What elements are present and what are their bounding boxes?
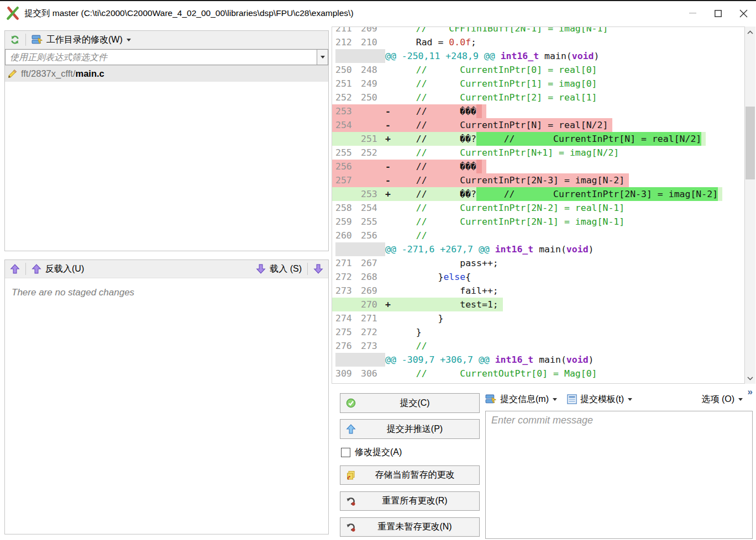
chevron-down-icon <box>127 39 131 41</box>
stash-button-label: 存储当前暂存的更改 <box>356 469 474 481</box>
diff-line: 259255 // CurrentInPtr[2N-1] = imag[N-1] <box>332 215 629 229</box>
diff-line: 255252 // CurrentInPtr[N+1] = imag[N/2] <box>332 146 623 160</box>
file-path-name: main.c <box>75 68 104 79</box>
diff-line: 270+ test=1; <box>332 298 503 311</box>
diff-line: @@ -271,6 +267,7 @@ int16_t main(void) <box>332 242 599 256</box>
diff-line: 256- // ��� <box>332 160 486 173</box>
diff-line: @@ -250,11 +248,9 @@ int16_t main(void) <box>332 49 603 63</box>
staged-header: 反载入(U) 载入 (S) <box>5 260 328 278</box>
title-bar: 提交到 master (C:\ti\c2000\C2000Ware_4_02_0… <box>0 0 756 25</box>
diff-view: 211209 // CFFTin1Buff[2N-1] = imag[N-1]2… <box>332 27 744 380</box>
file-path-dir: fft/2837x_cfft/ <box>21 68 75 79</box>
diff-line: 309306 // CurrentOutPtr[0] = Mag[0] <box>332 367 602 380</box>
diff-line: @@ -309,7 +306,7 @@ int16_t main(void) <box>332 353 599 367</box>
window-title: 提交到 master (C:\ti\c2000\C2000Ware_4_02_0… <box>24 8 354 19</box>
scroll-down-icon[interactable] <box>745 373 755 384</box>
unstage-label: 反载入(U) <box>45 263 84 275</box>
unstaged-panel: 工作目录的修改(W) fft/2837x_cfft/main.c <box>4 30 329 251</box>
reset-all-button[interactable]: 重置所有更改(R) <box>340 491 480 511</box>
amend-checkbox[interactable] <box>341 448 350 457</box>
diff-line: 252250 // CurrentInPtr[2] = real[1] <box>332 91 602 104</box>
unstage-icon-button[interactable] <box>8 263 22 275</box>
diff-line: 257- // CurrentInPtr[2N-3] = imag[N-2] <box>332 173 629 187</box>
diff-line: 276273 // <box>332 339 432 353</box>
diff-line: 251+ // ��? // CurrentInPtr[N] = real[N/… <box>332 132 706 146</box>
commit-button-label: 提交(C) <box>356 398 474 409</box>
chevron-down-icon <box>553 398 557 401</box>
unstaged-header-label: 工作目录的修改(W) <box>46 34 123 46</box>
diff-line: 251249 // CurrentInPtr[1] = imag[0] <box>332 77 602 91</box>
filter-dropdown-button[interactable] <box>317 49 328 65</box>
toolbar-separator <box>25 34 26 46</box>
diff-line: 275272 } <box>332 325 426 339</box>
filter-row <box>5 49 328 66</box>
toolbar-overflow-icon[interactable]: » <box>748 387 753 398</box>
stage-label: 载入 (S) <box>270 263 302 275</box>
chevron-down-icon <box>738 398 743 401</box>
commit-message-toolbar: 提交信息(m) 提交模板(t) 选项 (O) <box>485 390 745 409</box>
commit-message-menu[interactable]: 提交信息(m) <box>485 394 557 405</box>
reset-unstaged-button-label: 重置未暂存更改(N) <box>356 521 474 533</box>
toolbar-separator <box>25 263 26 275</box>
push-arrow-icon <box>346 424 356 434</box>
diff-line: 260256 // <box>332 229 432 242</box>
chevron-down-icon <box>628 398 632 401</box>
stage-button[interactable]: 载入 (S) <box>254 262 303 276</box>
diff-scrollbar[interactable] <box>745 27 755 384</box>
diff-line: 273269 fail++; <box>332 284 503 298</box>
diff-line: 253+ // ��? // CurrentInPtr[2N-3] = imag… <box>332 187 722 201</box>
stash-icon <box>346 470 356 480</box>
options-menu[interactable]: 选项 (O) <box>701 394 743 405</box>
scroll-up-icon[interactable] <box>745 27 755 38</box>
close-button[interactable] <box>731 1 756 25</box>
diff-line: 211209 // CFFTin1Buff[2N-1] = imag[N-1] <box>332 27 612 35</box>
chevron-down-icon <box>321 56 325 59</box>
unstaged-file-list: fft/2837x_cfft/main.c <box>5 66 328 82</box>
options-menu-label: 选项 (O) <box>701 394 734 405</box>
amend-checkbox-row[interactable]: 修改提交(A) <box>341 446 402 459</box>
diff-line: 250248 // CurrentInPtr[0] = real[0] <box>332 63 602 77</box>
staged-panel: 反载入(U) 载入 (S) There are no staged change… <box>4 260 329 534</box>
diff-line: 254- // CurrentInPtr[N] = real[N/2] <box>332 118 612 132</box>
commit-push-button[interactable]: 提交并推送(P) <box>340 419 480 439</box>
reset-unstaged-button[interactable]: 重置未暂存更改(N) <box>340 517 480 537</box>
rescan-button[interactable] <box>8 34 22 46</box>
commit-message-menu-label: 提交信息(m) <box>500 394 549 405</box>
filter-input[interactable] <box>5 49 317 65</box>
unstaged-menu-button[interactable]: 工作目录的修改(W) <box>30 33 133 47</box>
commit-push-button-label: 提交并推送(P) <box>356 423 474 435</box>
git-gui-logo-icon <box>6 6 20 20</box>
diff-line: 272268 }else{ <box>332 270 475 284</box>
undo-icon <box>346 496 356 506</box>
diff-line: 274271 } <box>332 311 448 325</box>
diff-line: 271267 pass++; <box>332 256 503 270</box>
diff-line: 212210 Rad = 0.0f; <box>332 35 481 49</box>
file-row[interactable]: fft/2837x_cfft/main.c <box>5 66 328 82</box>
commit-check-icon <box>346 398 356 408</box>
commit-button[interactable]: 提交(C) <box>340 393 480 413</box>
stage-icon-button[interactable] <box>312 263 325 275</box>
scroll-thumb[interactable] <box>746 107 755 179</box>
commit-message-input[interactable] <box>485 411 753 539</box>
minimize-button[interactable] <box>680 1 705 25</box>
amend-label: 修改提交(A) <box>355 447 402 458</box>
stash-button[interactable]: 存储当前暂存的更改 <box>340 465 480 485</box>
maximize-button[interactable] <box>705 1 731 25</box>
undo-icon <box>346 522 356 532</box>
unstage-button[interactable]: 反载入(U) <box>30 262 86 276</box>
diff-line: 258254 // CurrentInPtr[2N-2] = real[N-1] <box>332 201 629 215</box>
toolbar-separator <box>307 263 308 275</box>
unstaged-header: 工作目录的修改(W) <box>5 31 328 49</box>
reset-all-button-label: 重置所有更改(R) <box>356 495 474 507</box>
diff-line: 253- // ��� <box>332 104 486 118</box>
diff-panel: 211209 // CFFTin1Buff[2N-1] = imag[N-1]2… <box>332 27 745 384</box>
commit-template-menu[interactable]: 提交模板(t) <box>567 394 632 405</box>
commit-template-menu-label: 提交模板(t) <box>580 394 624 405</box>
staged-empty-text: There are no staged changes <box>5 278 328 307</box>
